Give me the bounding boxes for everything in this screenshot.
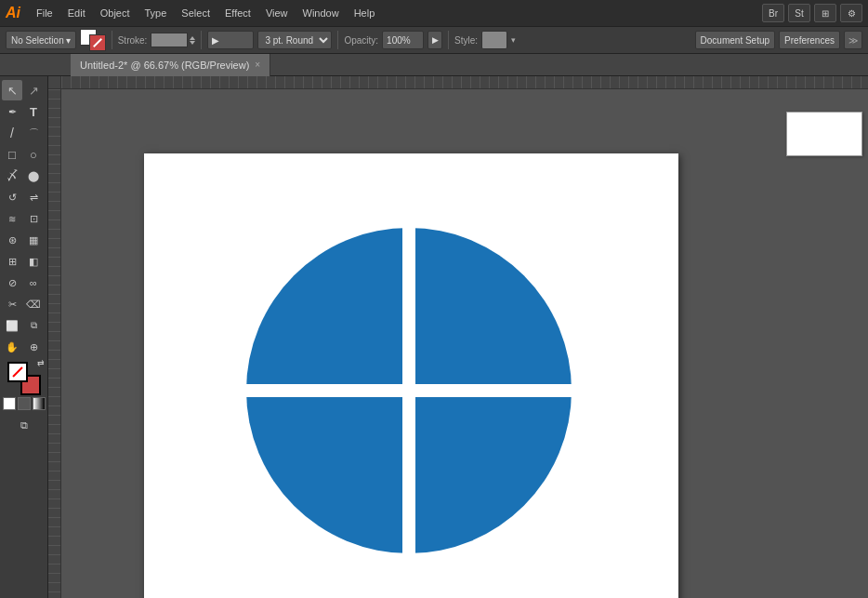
- artwork-svg: [144, 153, 678, 598]
- stroke-label: Stroke:: [118, 35, 148, 46]
- more-options-btn[interactable]: ≫: [844, 31, 862, 49]
- tool-eraser[interactable]: ⌫: [23, 294, 44, 314]
- tool-line[interactable]: /: [2, 123, 22, 143]
- tool-curvature[interactable]: ⌒: [23, 123, 44, 143]
- menu-edit[interactable]: Edit: [61, 6, 92, 20]
- menu-effect[interactable]: Effect: [218, 6, 257, 20]
- tool-column-graph[interactable]: ▦: [23, 230, 44, 250]
- color-fill-btn[interactable]: [18, 397, 31, 410]
- canvas-body: [48, 89, 868, 598]
- tool-reflect[interactable]: ⇌: [23, 187, 44, 207]
- tool-mesh[interactable]: ⊞: [2, 251, 22, 272]
- color-none-btn[interactable]: [3, 397, 16, 410]
- tool-rect[interactable]: □: [2, 144, 22, 165]
- separator-1: [112, 31, 112, 49]
- app-logo: Ai: [6, 5, 20, 21]
- ext-app-icons: Br St ⊞ ⚙: [762, 4, 862, 22]
- tool-paintbrush[interactable]: 〆: [2, 166, 22, 186]
- stroke-controls: [151, 33, 195, 47]
- style-swatch[interactable]: [481, 31, 507, 49]
- menu-help[interactable]: Help: [348, 6, 382, 20]
- toolbox: ↖ ↗ ✒ T / ⌒ □ ○ 〆 ⬤ ↺ ⇌ ≋ ⊡: [0, 76, 48, 598]
- quadrant-bottom-right: [409, 391, 572, 553]
- separator-4: [448, 31, 449, 49]
- menu-object[interactable]: Object: [94, 6, 137, 20]
- fill-stroke-boxes: ⇄: [7, 362, 41, 395]
- opacity-value: 100%: [387, 35, 411, 46]
- stroke-color-preview[interactable]: [151, 33, 188, 47]
- document-view[interactable]: [74, 102, 868, 598]
- menu-view[interactable]: View: [259, 6, 295, 20]
- ruler-corner: [48, 76, 61, 89]
- document-setup-button[interactable]: Document Setup: [695, 31, 776, 49]
- menu-file[interactable]: File: [30, 6, 59, 20]
- ruler-h-ticks: [61, 76, 868, 88]
- quadrant-top-left: [246, 228, 409, 391]
- selection-label: No Selection: [11, 35, 64, 46]
- color-mode-row: [3, 397, 46, 410]
- color-section: ⇄: [2, 362, 46, 410]
- layers-icon[interactable]: ⧉: [14, 415, 34, 435]
- menu-select[interactable]: Select: [175, 6, 217, 20]
- workspace-icon[interactable]: ⊞: [814, 4, 836, 22]
- tool-blob-brush[interactable]: ⬤: [23, 166, 44, 186]
- gradient-btn[interactable]: [33, 397, 46, 410]
- tab-close-btn[interactable]: ×: [255, 60, 260, 70]
- bridge-icon[interactable]: Br: [762, 4, 784, 22]
- tool-eyedropper[interactable]: ⊘: [2, 272, 22, 293]
- toolbar: No Selection ▾ Stroke: ▶ 3 pt. Round Opa…: [0, 26, 868, 54]
- tool-ellipse[interactable]: ○: [23, 144, 44, 165]
- tool-slice[interactable]: ⧉: [23, 315, 44, 336]
- opacity-label: Opacity:: [344, 35, 378, 46]
- style-arrow[interactable]: ▾: [511, 35, 516, 45]
- tool-zoom[interactable]: ⊕: [23, 337, 44, 357]
- ruler-horizontal: [48, 76, 868, 89]
- tool-type[interactable]: T: [23, 101, 44, 122]
- tool-hand[interactable]: ✋: [2, 337, 22, 357]
- preferences-button[interactable]: Preferences: [779, 31, 840, 49]
- preview-thumbnail: [786, 112, 862, 156]
- stroke-type-select[interactable]: 3 pt. Round: [257, 31, 332, 49]
- tool-symbol[interactable]: ⊛: [2, 230, 22, 250]
- opacity-input[interactable]: 100%: [382, 31, 424, 49]
- menu-window[interactable]: Window: [296, 6, 346, 20]
- artboard: [144, 153, 678, 598]
- menu-bar: Ai File Edit Object Type Select Effect V…: [0, 0, 868, 26]
- document-tab[interactable]: Untitled-2* @ 66.67% (RGB/Preview) ×: [71, 54, 270, 76]
- tool-scissors[interactable]: ✂: [2, 294, 22, 314]
- tabs-bar: Untitled-2* @ 66.67% (RGB/Preview) ×: [0, 54, 868, 76]
- swap-colors-icon[interactable]: ⇄: [37, 358, 45, 367]
- menu-type[interactable]: Type: [138, 6, 174, 20]
- separator-2: [201, 31, 202, 49]
- stroke-spinner[interactable]: [190, 34, 195, 47]
- quadrant-bottom-left: [246, 391, 409, 553]
- tool-free-transform[interactable]: ⊡: [23, 208, 44, 229]
- tab-title: Untitled-2* @ 66.67% (RGB/Preview): [80, 60, 249, 71]
- tool-gradient[interactable]: ◧: [23, 251, 44, 272]
- opacity-expand-btn[interactable]: ▶: [427, 31, 442, 49]
- fill-color-swatch[interactable]: [80, 29, 106, 51]
- ruler-vertical: [48, 89, 61, 598]
- quadrant-top-right: [409, 228, 572, 391]
- selection-dropdown[interactable]: No Selection ▾: [6, 31, 76, 49]
- tool-artboard[interactable]: ⬜: [2, 315, 22, 336]
- stroke-width-input[interactable]: ▶: [207, 31, 254, 49]
- style-label: Style:: [454, 35, 478, 46]
- layers-section: ⧉: [2, 415, 46, 435]
- stock-icon[interactable]: St: [788, 4, 810, 22]
- tool-direct-select[interactable]: ↗: [23, 80, 44, 100]
- tool-pen[interactable]: ✒: [2, 101, 22, 122]
- dropdown-arrow-icon: ▾: [66, 35, 71, 46]
- canvas-area[interactable]: [48, 76, 868, 598]
- tool-select[interactable]: ↖: [2, 80, 22, 100]
- extras-icon[interactable]: ⚙: [840, 4, 862, 22]
- tool-rotate[interactable]: ↺: [2, 187, 22, 207]
- tool-warp[interactable]: ≋: [2, 208, 22, 229]
- main-layout: ↖ ↗ ✒ T / ⌒ □ ○ 〆 ⬤ ↺ ⇌ ≋ ⊡: [0, 76, 868, 598]
- v-gap: [402, 226, 415, 555]
- separator-3: [337, 31, 338, 49]
- tool-blend[interactable]: ∞: [23, 272, 44, 293]
